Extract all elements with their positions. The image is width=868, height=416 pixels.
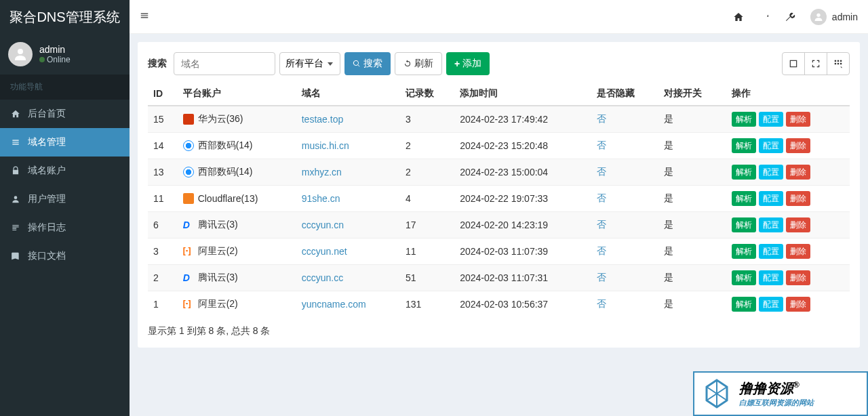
tencent-icon: D [183, 272, 194, 283]
sidebar: 聚合DNS管理系统 admin Online 功能导航 后台首页 域名管理 域名… [0, 0, 130, 416]
config-button[interactable]: 配置 [759, 191, 783, 206]
col-records[interactable]: 记录数 [400, 82, 454, 106]
col-id[interactable]: ID [148, 82, 178, 106]
cell-time: 2024-02-23 15:00:04 [454, 159, 591, 186]
cell-account: [-]阿里云(2) [178, 238, 296, 265]
sidebar-item-label: 域名管理 [28, 136, 66, 148]
sidebar-item-user-manage[interactable]: 用户管理 [0, 185, 130, 213]
delete-button[interactable]: 删除 [786, 138, 810, 153]
svg-rect-9 [840, 63, 842, 64]
hidden-toggle[interactable]: 否 [597, 245, 606, 256]
columns-button[interactable] [827, 52, 850, 75]
domain-link[interactable]: cccyun.net [302, 246, 347, 257]
header-user-name: admin [832, 12, 858, 22]
pagination-button[interactable] [782, 52, 805, 75]
domain-link[interactable]: cccyun.cc [302, 272, 343, 283]
cell-action: 解析 配置 删除 [726, 186, 850, 212]
domain-link[interactable]: testae.top [302, 114, 344, 125]
sidebar-item-docs[interactable]: 接口文档 [0, 242, 130, 270]
svg-rect-8 [837, 63, 839, 64]
search-button[interactable]: 搜索 [344, 52, 391, 75]
cell-hidden: 否 [591, 133, 658, 159]
delete-button[interactable]: 删除 [786, 191, 810, 206]
hidden-toggle[interactable]: 否 [597, 166, 606, 177]
hidden-toggle[interactable]: 否 [597, 298, 606, 309]
resolve-button[interactable]: 解析 [732, 297, 756, 312]
hidden-toggle[interactable]: 否 [597, 272, 606, 283]
cell-hidden: 否 [591, 265, 658, 291]
config-button[interactable]: 配置 [759, 138, 783, 153]
refresh-button[interactable]: 刷新 [395, 52, 442, 75]
domain-link[interactable]: music.hi.cn [302, 140, 349, 151]
domain-link[interactable]: mxhyz.cn [302, 167, 342, 178]
delete-button[interactable]: 删除 [786, 297, 810, 312]
table-tools [783, 52, 850, 75]
fullscreen-button[interactable] [804, 52, 827, 75]
search-input[interactable] [174, 52, 275, 75]
col-time[interactable]: 添加时间 [454, 82, 591, 106]
user-info: admin Online [39, 44, 71, 64]
domain-link[interactable]: 91she.cn [302, 193, 340, 204]
hidden-toggle[interactable]: 否 [597, 113, 606, 124]
config-button[interactable]: 配置 [759, 244, 783, 259]
cell-records: 11 [400, 238, 454, 265]
resolve-button[interactable]: 解析 [732, 244, 756, 259]
col-hidden[interactable]: 是否隐藏 [591, 82, 658, 106]
domain-link[interactable]: cccyun.cn [302, 220, 344, 230]
delete-button[interactable]: 删除 [786, 217, 810, 232]
sidebar-item-home[interactable]: 后台首页 [0, 100, 130, 128]
col-action[interactable]: 操作 [726, 82, 850, 106]
add-button[interactable]: + 添加 [446, 52, 490, 75]
resolve-button[interactable]: 解析 [732, 191, 756, 206]
hidden-toggle[interactable]: 否 [597, 192, 606, 203]
resolve-button[interactable]: 解析 [732, 165, 756, 180]
cell-account: 西部数码(14) [178, 133, 296, 159]
home-icon[interactable] [733, 12, 744, 22]
config-button[interactable]: 配置 [759, 112, 783, 127]
platform-select[interactable]: 所有平台 [279, 52, 340, 75]
col-switch[interactable]: 对接开关 [658, 82, 726, 106]
table-header-row: ID 平台账户 域名 记录数 添加时间 是否隐藏 对接开关 操作 [148, 82, 850, 106]
sidebar-item-log[interactable]: 操作日志 [0, 213, 130, 242]
hidden-toggle[interactable]: 否 [597, 140, 606, 150]
delete-button[interactable]: 删除 [786, 270, 810, 285]
cell-action: 解析 配置 删除 [726, 238, 850, 265]
col-domain[interactable]: 域名 [296, 82, 400, 106]
wrench-icon[interactable] [785, 12, 795, 22]
cell-action: 解析 配置 删除 [726, 159, 850, 186]
list-icon [10, 137, 21, 148]
config-button[interactable]: 配置 [759, 297, 783, 312]
cell-id: 2 [148, 265, 178, 291]
delete-button[interactable]: 删除 [786, 165, 810, 180]
domain-link[interactable]: yuncname.com [302, 299, 366, 310]
delete-button[interactable]: 删除 [786, 244, 810, 259]
header-right: admin [733, 9, 858, 25]
tools-icon[interactable] [759, 12, 770, 22]
resolve-button[interactable]: 解析 [732, 138, 756, 153]
avatar [8, 42, 33, 66]
hidden-toggle[interactable]: 否 [597, 219, 606, 230]
header-user[interactable]: admin [810, 9, 858, 25]
sidebar-toggle-button[interactable] [140, 11, 149, 23]
cell-action: 解析 配置 删除 [726, 106, 850, 133]
cell-records: 2 [400, 133, 454, 159]
cloudflare-icon [183, 193, 194, 204]
refresh-icon [403, 60, 412, 68]
resolve-button[interactable]: 解析 [732, 217, 756, 232]
config-button[interactable]: 配置 [759, 165, 783, 180]
cell-action: 解析 配置 删除 [726, 212, 850, 238]
user-name: admin [39, 44, 71, 55]
resolve-button[interactable]: 解析 [732, 270, 756, 285]
delete-button[interactable]: 删除 [786, 112, 810, 127]
col-account[interactable]: 平台账户 [178, 82, 296, 106]
config-button[interactable]: 配置 [759, 270, 783, 285]
sidebar-item-domain-manage[interactable]: 域名管理 [0, 128, 130, 157]
resolve-button[interactable]: 解析 [732, 112, 756, 127]
cell-time: 2024-02-20 14:23:19 [454, 212, 591, 238]
search-icon [353, 60, 361, 68]
config-button[interactable]: 配置 [759, 217, 783, 232]
cell-records: 131 [400, 291, 454, 318]
table-row: 6D腾讯云(3)cccyun.cn172024-02-20 14:23:19否是… [148, 212, 850, 238]
sidebar-item-domain-account[interactable]: 域名账户 [0, 157, 130, 185]
table-row: 14西部数码(14)music.hi.cn22024-02-23 15:20:4… [148, 133, 850, 159]
